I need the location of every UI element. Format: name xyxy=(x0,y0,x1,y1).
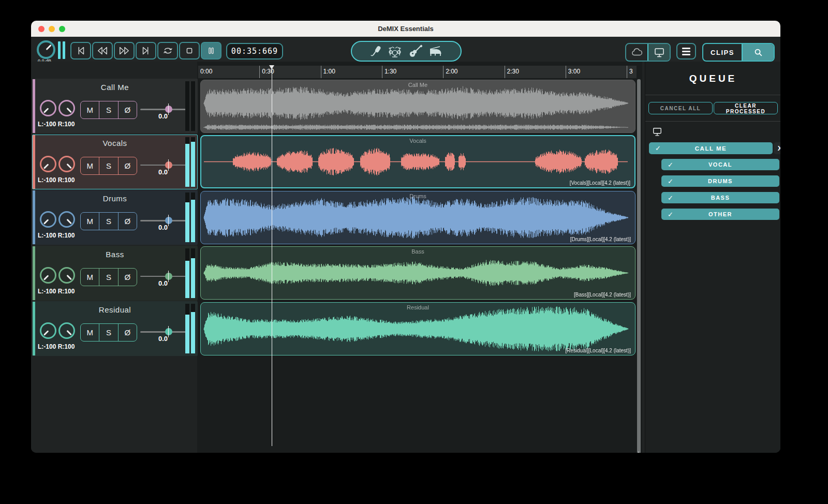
track-header[interactable]: Vocals L:-100 R:100 M S Ø 0.0 xyxy=(32,135,198,189)
track-header[interactable]: Call Me L:-100 R:100 M S Ø 0.0 xyxy=(32,79,198,134)
mute-button[interactable]: M xyxy=(81,324,99,341)
audio-clip[interactable]: Call Me xyxy=(200,80,635,133)
window-title: DeMIX Essentials xyxy=(31,25,780,33)
clip-tag: [Drums][Local][4.2 (latest)] xyxy=(570,236,631,242)
phase-button[interactable]: Ø xyxy=(118,213,137,230)
solo-button[interactable]: S xyxy=(99,157,117,174)
playhead-marker xyxy=(269,65,274,69)
queue-panel: QUEUE CANCEL ALL CLEAR PROCESSED ✓ CALL … xyxy=(645,62,780,453)
zoom-window-button[interactable] xyxy=(59,26,65,32)
track-row: Call Me L:-100 R:100 M S Ø 0.0 Call Me xyxy=(32,79,637,134)
cloud-processing-button[interactable] xyxy=(626,44,647,61)
track-title: Drums xyxy=(33,194,197,203)
piano-icon xyxy=(427,45,443,58)
pan-right-knob[interactable] xyxy=(58,100,75,116)
track-title: Residual xyxy=(33,305,197,314)
vertical-scrollbar-thumb[interactable] xyxy=(637,79,641,453)
ruler-tick: 2:00 xyxy=(443,66,443,78)
track-button-group: M S Ø xyxy=(80,212,137,230)
gain-value: 0.0 xyxy=(140,168,186,176)
minimize-window-button[interactable] xyxy=(49,26,55,32)
pan-left-knob[interactable] xyxy=(40,322,56,339)
track-lane: Vocals [Vocals][Local][4.2 (latest)] xyxy=(199,135,637,189)
local-processing-button[interactable] xyxy=(648,44,670,61)
phase-button[interactable]: Ø xyxy=(118,324,137,341)
stop-button[interactable] xyxy=(179,42,200,60)
ruler-tick: 0:30 xyxy=(259,66,260,78)
queue-stem-item[interactable]: ✓BASS xyxy=(661,192,779,203)
solo-button[interactable]: S xyxy=(99,269,117,286)
rewind-button[interactable] xyxy=(92,42,113,60)
mute-button[interactable]: M xyxy=(81,213,99,230)
add-track-button[interactable]: + xyxy=(633,449,644,453)
audio-clip[interactable]: Residual [Residual][Local][4.2 (latest)] xyxy=(200,302,635,355)
queue-stem-item[interactable]: ✓DRUMS xyxy=(661,175,779,187)
fast-forward-button[interactable] xyxy=(114,42,135,60)
track-meters xyxy=(185,248,195,298)
track-meters xyxy=(185,137,195,187)
clip-label: Residual xyxy=(201,304,635,310)
drums-icon xyxy=(387,45,403,58)
timeline-ruler[interactable]: 0:000:301:001:302:002:303:003 xyxy=(198,66,637,78)
audio-clip[interactable]: Bass [Bass][Local][4.2 (latest)] xyxy=(200,246,635,300)
pan-right-knob[interactable] xyxy=(58,156,75,172)
pan-left-knob[interactable] xyxy=(40,211,56,228)
audio-clip[interactable]: Vocals [Vocals][Local][4.2 (latest)] xyxy=(200,135,635,188)
microphone-icon xyxy=(369,45,382,58)
track-header[interactable]: Drums L:-100 R:100 M S Ø 0.0 xyxy=(32,190,198,245)
solo-button[interactable]: S xyxy=(99,101,117,118)
track-lane: Drums [Drums][Local][4.2 (latest)] xyxy=(199,190,637,245)
ruler-tick: 3:00 xyxy=(566,66,566,78)
master-volume-knob[interactable] xyxy=(37,40,55,59)
track-button-group: M S Ø xyxy=(80,101,137,119)
pan-left-knob[interactable] xyxy=(40,156,56,172)
app-window: DeMIX Essentials 0.0 dB xyxy=(31,21,780,453)
stem-selector-pill[interactable] xyxy=(351,41,462,62)
toolbar: 0.0 dB 00:3 xyxy=(31,37,780,62)
guitar-icon xyxy=(408,45,422,58)
playhead[interactable] xyxy=(272,66,273,446)
phase-button[interactable]: Ø xyxy=(118,101,137,118)
queue-stem-label: DRUMS xyxy=(661,178,779,184)
mute-button[interactable]: M xyxy=(81,157,99,174)
pan-right-knob[interactable] xyxy=(58,267,75,284)
waveform xyxy=(201,191,635,244)
pan-left-knob[interactable] xyxy=(40,267,56,284)
pan-right-knob[interactable] xyxy=(58,211,75,228)
clip-label: Call Me xyxy=(201,82,635,88)
queue-job[interactable]: ✓ CALL ME X xyxy=(649,142,773,154)
track-header[interactable]: Bass L:-100 R:100 M S Ø 0.0 xyxy=(32,246,198,301)
gain-value: 0.0 xyxy=(140,335,186,343)
pan-right-knob[interactable] xyxy=(58,322,75,339)
track-lane: Residual [Residual][Local][4.2 (latest)] xyxy=(199,301,637,356)
solo-button[interactable]: S xyxy=(99,324,117,341)
search-button[interactable] xyxy=(743,44,774,61)
track-row: Residual L:-100 R:100 M S Ø 0.0 Residual… xyxy=(32,301,637,356)
queue-stem-item[interactable]: ✓VOCAL xyxy=(661,159,779,170)
loop-button[interactable] xyxy=(157,42,178,60)
clips-button[interactable]: CLIPS xyxy=(703,44,742,61)
solo-button[interactable]: S xyxy=(99,213,117,230)
track-header[interactable]: Residual L:-100 R:100 M S Ø 0.0 xyxy=(32,301,198,356)
transport-controls xyxy=(70,42,221,60)
skip-end-button[interactable] xyxy=(136,42,156,60)
pan-range-label: L:-100 R:100 xyxy=(38,288,75,295)
queue-stem-item[interactable]: ✓OTHER xyxy=(661,209,779,220)
clip-tag: [Residual][Local][4.2 (latest)] xyxy=(565,348,631,353)
audio-clip[interactable]: Drums [Drums][Local][4.2 (latest)] xyxy=(200,191,635,244)
skip-start-button[interactable] xyxy=(70,42,91,60)
remove-job-button[interactable]: X xyxy=(774,142,780,154)
phase-button[interactable]: Ø xyxy=(118,269,137,286)
pan-range-label: L:-100 R:100 xyxy=(38,343,75,350)
menu-button[interactable] xyxy=(676,43,696,60)
mute-button[interactable]: M xyxy=(81,101,99,118)
clear-processed-button[interactable]: CLEAR PROCESSED xyxy=(714,102,778,114)
pause-button[interactable] xyxy=(201,42,221,60)
cancel-all-button[interactable]: CANCEL ALL xyxy=(648,102,713,114)
clip-label: Drums xyxy=(201,193,635,199)
phase-button[interactable]: Ø xyxy=(118,157,137,174)
close-window-button[interactable] xyxy=(38,26,45,32)
pan-left-knob[interactable] xyxy=(40,100,56,116)
mute-button[interactable]: M xyxy=(81,269,99,286)
vertical-scrollbar[interactable] xyxy=(637,79,641,453)
